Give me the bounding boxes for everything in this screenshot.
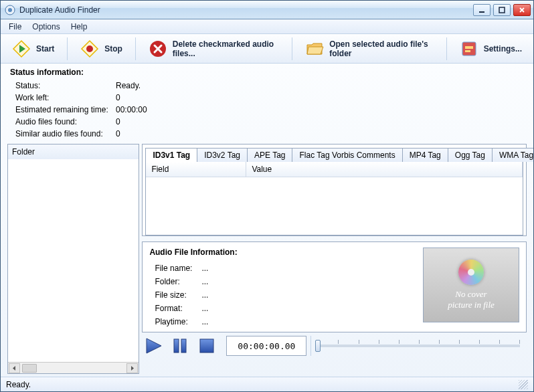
svg-rect-2 xyxy=(479,11,484,13)
tag-panel: ID3v1 Tag ID3v2 Tag APE Tag Flac Tag Vor… xyxy=(142,144,527,236)
window-title: Duplicate Audio Finder xyxy=(19,5,100,15)
stop-playback-button[interactable] xyxy=(195,336,218,356)
minimize-button[interactable] xyxy=(473,4,491,16)
play-button[interactable] xyxy=(142,336,165,356)
status-bar: Ready. xyxy=(1,377,533,391)
resize-grip-icon[interactable] xyxy=(519,380,528,389)
svg-point-1 xyxy=(8,8,12,12)
tag-table[interactable]: Field Value xyxy=(145,161,523,235)
open-folder-button[interactable]: Open selected audio file's folder xyxy=(298,36,441,62)
scroll-right-icon[interactable] xyxy=(126,363,138,373)
cover-art-placeholder: No cover picture in file xyxy=(423,248,519,322)
folder-scrollbar[interactable] xyxy=(8,362,139,373)
settings-label: Settings... xyxy=(484,44,522,54)
col-field[interactable]: Field xyxy=(146,162,246,177)
right-pane: ID3v1 Tag ID3v2 Tag APE Tag Flac Tag Vor… xyxy=(142,144,527,374)
format-value: ... xyxy=(201,304,416,313)
svg-point-4 xyxy=(86,45,93,52)
tab-flac[interactable]: Flac Tag Vorbis Comments xyxy=(292,148,402,162)
audio-file-info: Audio File Information: File name: ... F… xyxy=(142,241,527,332)
tag-tabs: ID3v1 Tag ID3v2 Tag APE Tag Flac Tag Vor… xyxy=(145,147,523,161)
open-folder-label: Open selected audio file's folder xyxy=(329,39,434,58)
tab-ape[interactable]: APE Tag xyxy=(247,148,292,162)
toolbar-separator xyxy=(135,37,136,60)
eta-label: Estimated remaining time: xyxy=(15,105,116,114)
work-left-label: Work left: xyxy=(15,93,116,102)
tag-columns: Field Value xyxy=(146,162,523,177)
tab-ogg[interactable]: Ogg Tag xyxy=(448,148,493,162)
playtime-value: ... xyxy=(201,317,416,326)
col-value[interactable]: Value xyxy=(246,162,523,177)
stop-icon xyxy=(80,39,99,58)
similar-label: Similar audio files found: xyxy=(15,129,116,138)
playtime-label: Playtime: xyxy=(155,317,201,326)
file-name-label: File name: xyxy=(155,264,201,273)
similar-value: 0 xyxy=(116,129,524,138)
window-controls xyxy=(473,4,531,16)
folder-label: Folder: xyxy=(155,277,201,286)
format-label: Format: xyxy=(155,304,201,313)
seek-slider[interactable] xyxy=(310,336,527,356)
start-label: Start xyxy=(36,44,54,54)
playback-time: 00:00:00.00 xyxy=(226,336,306,356)
status-information: Status information: Status: Ready. Work … xyxy=(7,68,527,141)
title-bar: Duplicate Audio Finder xyxy=(1,1,533,19)
menu-bar: File Options Help xyxy=(1,19,533,34)
toolbar: Start Stop Delete checkmarked audio file… xyxy=(1,34,533,64)
tab-id3v2[interactable]: ID3v2 Tag xyxy=(197,148,248,162)
folder-pane: Folder xyxy=(7,144,139,374)
found-label: Audio files found: xyxy=(15,117,116,126)
menu-file[interactable]: File xyxy=(3,21,27,33)
maximize-button[interactable] xyxy=(493,4,511,16)
no-cover-text-2: picture in file xyxy=(448,300,495,310)
stop-label: Stop xyxy=(104,44,122,54)
toolbar-separator xyxy=(292,37,292,60)
no-cover-text-1: No cover xyxy=(455,289,486,300)
menu-help[interactable]: Help xyxy=(66,21,93,33)
tab-id3v1[interactable]: ID3v1 Tag xyxy=(145,148,197,162)
status-value: Ready. xyxy=(116,81,524,90)
seek-thumb[interactable] xyxy=(315,340,321,352)
scroll-left-icon[interactable] xyxy=(9,363,20,373)
client-area: Status information: Status: Ready. Work … xyxy=(1,64,533,377)
pause-button[interactable] xyxy=(169,336,191,356)
statusbar-text: Ready. xyxy=(6,380,31,389)
file-size-value: ... xyxy=(201,290,416,300)
close-button[interactable] xyxy=(513,4,531,16)
folder-header: Folder xyxy=(8,144,139,159)
tab-wma[interactable]: WMA Tag xyxy=(492,148,533,162)
svg-rect-11 xyxy=(200,339,213,353)
eta-value: 00:00:00 xyxy=(116,105,524,114)
svg-rect-8 xyxy=(465,50,470,52)
disc-icon xyxy=(458,260,484,285)
svg-rect-3 xyxy=(499,7,505,13)
menu-options[interactable]: Options xyxy=(27,21,65,33)
delete-button[interactable]: Delete checkmarked audio files... xyxy=(141,36,287,62)
audio-info-fields: Audio File Information: File name: ... F… xyxy=(149,248,416,326)
open-folder-icon xyxy=(305,39,324,58)
delete-icon xyxy=(149,39,167,58)
delete-label: Delete checkmarked audio files... xyxy=(173,39,280,58)
audio-info-heading: Audio File Information: xyxy=(149,248,416,257)
status-label: Status: xyxy=(15,81,116,90)
stop-button[interactable]: Stop xyxy=(73,36,130,62)
settings-button[interactable]: Settings... xyxy=(452,36,529,62)
folder-value: ... xyxy=(201,277,416,286)
toolbar-separator xyxy=(446,37,447,60)
folder-list[interactable]: Folder xyxy=(7,144,139,374)
start-button[interactable]: Start xyxy=(5,36,62,62)
tab-mp4[interactable]: MP4 Tag xyxy=(402,148,448,162)
toolbar-separator xyxy=(67,37,68,60)
seek-track xyxy=(318,345,520,347)
player-controls: 00:00:00.00 xyxy=(142,332,527,357)
scroll-thumb[interactable] xyxy=(22,364,37,373)
panels: Folder ID3v1 Tag ID3v2 Tag APE Tag Flac … xyxy=(7,141,527,377)
settings-icon xyxy=(460,39,478,58)
svg-rect-9 xyxy=(174,339,179,353)
work-left-value: 0 xyxy=(116,93,524,102)
found-value: 0 xyxy=(116,117,524,126)
start-icon xyxy=(12,39,31,58)
app-icon xyxy=(5,5,15,15)
svg-rect-7 xyxy=(465,46,473,49)
status-heading: Status information: xyxy=(10,68,524,77)
